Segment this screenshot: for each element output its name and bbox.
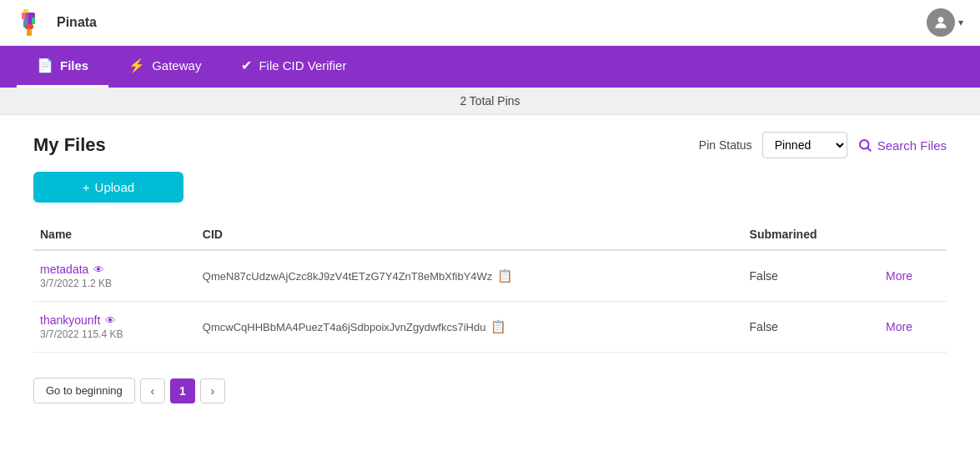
pinata-logo-icon [17, 6, 50, 39]
content-area: My Files Pin Status Pinned All Unpinned … [0, 115, 980, 420]
page-title: My Files [33, 134, 106, 156]
avatar-circle [927, 8, 955, 37]
total-pins-bar: 2 Total Pins [0, 88, 980, 115]
nav-item-gateway-label: Gateway [152, 58, 201, 73]
main-content: 2 Total Pins My Files Pin Status Pinned … [0, 88, 980, 471]
svg-rect-7 [27, 29, 32, 36]
next-arrow-icon: › [210, 384, 214, 398]
upload-button[interactable]: + Upload [33, 172, 183, 203]
col-header-cid: CID [196, 219, 743, 250]
top-navbar: Pinata ▾ [0, 0, 980, 46]
copy-icon[interactable]: 📋 [497, 268, 513, 283]
header-controls: Pin Status Pinned All Unpinned Search Fi… [699, 132, 947, 158]
nav-item-files-label: Files [60, 58, 88, 73]
file-name-link[interactable]: thankyounft 👁 [40, 313, 116, 327]
nav-item-gateway[interactable]: ⚡ Gateway [108, 46, 221, 88]
pin-status-select[interactable]: Pinned All Unpinned [762, 132, 847, 158]
nav-item-files[interactable]: 📄 Files [17, 46, 108, 88]
nav-item-cid-verifier-label: File CID Verifier [259, 58, 346, 73]
cid-value: QmcwCqHHBbMA4PuezT4a6jSdbpoixJvnZgydwfkc… [203, 321, 486, 333]
nav-item-file-cid-verifier[interactable]: ✔ File CID Verifier [221, 46, 366, 88]
table-row: thankyounft 👁 3/7/2022 115.4 KB QmcwCqHH… [33, 302, 947, 353]
user-avatar[interactable]: ▾ [927, 8, 963, 37]
col-header-actions [879, 219, 947, 250]
eye-icon[interactable]: 👁 [105, 314, 116, 327]
upload-icon: + [83, 180, 90, 194]
table-header-row: Name CID Submarined [33, 219, 947, 250]
eye-icon[interactable]: 👁 [93, 263, 104, 276]
search-icon [857, 138, 872, 153]
file-name-text: metadata [40, 263, 88, 276]
svg-rect-0 [23, 9, 28, 13]
svg-rect-6 [25, 24, 33, 29]
copy-icon[interactable]: 📋 [490, 319, 506, 334]
col-header-name: Name [33, 219, 196, 250]
cid-cell: QmeN87cUdzwAjCzc8kJ9zV4tETzG7Y4ZnT8eMbXf… [196, 250, 743, 302]
svg-rect-5 [32, 18, 35, 24]
cid-verifier-nav-icon: ✔ [241, 58, 252, 73]
search-files-label: Search Files [877, 138, 947, 153]
file-date-size: 3/7/2022 1.2 KB [40, 278, 189, 289]
gateway-nav-icon: ⚡ [128, 58, 145, 73]
file-name-link[interactable]: metadata 👁 [40, 263, 104, 276]
files-nav-icon: 📄 [37, 58, 53, 73]
logo-area: Pinata [17, 6, 97, 39]
svg-line-10 [867, 148, 870, 150]
go-beginning-button[interactable]: Go to beginning [33, 378, 135, 403]
more-button[interactable]: More [886, 269, 912, 283]
next-page-button[interactable]: › [200, 378, 225, 403]
submarined-cell: False [743, 250, 880, 302]
file-name-text: thankyounft [40, 313, 100, 327]
current-page[interactable]: 1 [170, 378, 195, 403]
avatar-chevron-icon: ▾ [958, 17, 963, 28]
upload-button-label: Upload [95, 180, 135, 194]
file-name-cell: metadata 👁 3/7/2022 1.2 KB [33, 250, 196, 302]
actions-cell: More [879, 250, 947, 302]
actions-cell: More [879, 302, 947, 353]
cid-cell: QmcwCqHHBbMA4PuezT4a6jSdbpoixJvnZgydwfkc… [196, 302, 743, 353]
pin-status-label: Pin Status [699, 138, 752, 152]
purple-navbar: 📄 Files ⚡ Gateway ✔ File CID Verifier [0, 46, 980, 88]
table-row: metadata 👁 3/7/2022 1.2 KB QmeN87cUdzwAj… [33, 250, 947, 302]
total-pins-text: 2 Total Pins [460, 94, 520, 108]
more-button[interactable]: More [886, 320, 912, 333]
app-name: Pinata [57, 15, 97, 30]
col-header-submarined: Submarined [743, 219, 880, 250]
cid-value: QmeN87cUdzwAjCzc8kJ9zV4tETzG7Y4ZnT8eMbXf… [203, 270, 493, 283]
prev-page-button[interactable]: ‹ [140, 378, 165, 403]
svg-rect-1 [22, 13, 25, 19]
prev-arrow-icon: ‹ [150, 384, 154, 398]
files-table: Name CID Submarined metadata 👁 [33, 219, 947, 353]
file-date-size: 3/7/2022 115.4 KB [40, 328, 189, 340]
pagination: Go to beginning ‹ 1 › [33, 378, 947, 403]
search-files-button[interactable]: Search Files [857, 138, 947, 153]
files-header: My Files Pin Status Pinned All Unpinned … [33, 132, 947, 158]
file-name-cell: thankyounft 👁 3/7/2022 115.4 KB [33, 302, 196, 353]
submarined-cell: False [743, 302, 880, 353]
svg-point-8 [938, 17, 944, 23]
